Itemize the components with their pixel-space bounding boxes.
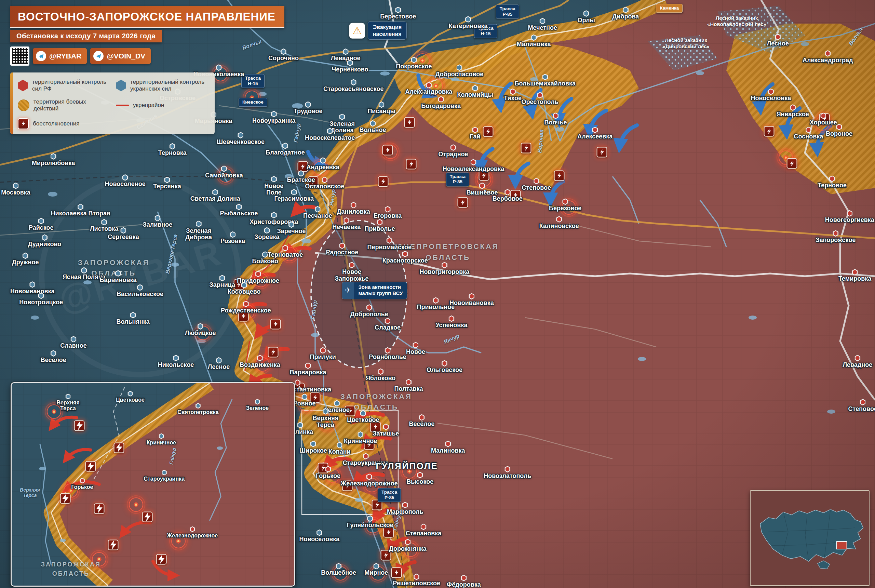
channel-rybar[interactable]: @RYBAR [33, 48, 87, 64]
qr-code [10, 46, 29, 66]
combat-zone-swatch [18, 99, 29, 111]
drone-icon: ✈ [342, 282, 354, 299]
channel-voin-dv[interactable]: @VOIN_DV [90, 48, 151, 64]
legend-label: территориальный контроль украинских сил [130, 79, 209, 92]
telegram-icon [36, 51, 46, 61]
inset-geography [12, 383, 294, 586]
map-stage: @RYBAR ЗАПОРОЖСКАЯ ОБЛАСТЬДНЕПРОПЕТРОВСК… [0, 0, 875, 588]
warning-icon: ⚠ [349, 22, 365, 38]
rf-control-swatch [18, 80, 28, 91]
legend-item-clashes: боестолкновения [18, 118, 111, 129]
fortification-swatch [116, 105, 129, 106]
page-title: ВОСТОЧНО-ЗАПОРОЖСКОЕ НАПРАВЛЕНИЕ [10, 6, 285, 28]
page-subtitle: Обстановка к исходу 7 марта 2026 года [10, 30, 162, 42]
legend-item-rf-control: территориальный контроль сил РФ [18, 79, 111, 92]
legend-label: укрепрайон [133, 102, 164, 109]
legend-item-combat-zone: территория боевых действий [18, 99, 111, 112]
legend: территориальный контроль сил РФ территор… [10, 72, 215, 134]
legend-label: боестолкновения [33, 120, 79, 127]
legend-item-fortification: укрепрайон [116, 99, 209, 112]
vsu-zone-label: Зона активности малых групп ВСУ [354, 282, 407, 299]
evacuation-label: Эвакуация населения [368, 21, 407, 39]
vsu-zone-badge: ✈ Зона активности малых групп ВСУ [342, 282, 408, 300]
channels-row: @RYBAR @VOIN_DV [10, 46, 151, 66]
legend-label: территория боевых действий [33, 99, 111, 112]
telegram-icon [93, 51, 103, 61]
clash-swatch [18, 118, 29, 129]
legend-label: территориальный контроль сил РФ [32, 79, 111, 92]
header: ВОСТОЧНО-ЗАПОРОЖСКОЕ НАПРАВЛЕНИЕ Обстано… [10, 6, 285, 66]
ua-control-swatch [116, 80, 126, 91]
legend-item-ua-control: территориальный контроль украинских сил [116, 79, 209, 92]
channel-label: @RYBAR [49, 52, 81, 60]
current-map-extent [837, 542, 847, 549]
evacuation-badge: ⚠ Эвакуация населения [349, 21, 407, 39]
ukraine-minimap [750, 490, 869, 586]
detail-inset: ЗАПОРОЖСКАЯ ОБЛАСТЬВерхняя ТерсаГайчур В… [10, 382, 295, 586]
channel-label: @VOIN_DV [106, 52, 145, 60]
